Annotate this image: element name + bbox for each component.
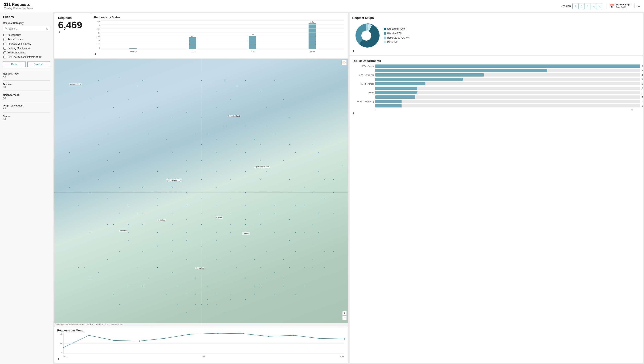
svg-point-3	[138, 340, 140, 342]
division-btn-2[interactable]: 2	[578, 3, 584, 9]
zoom-in-button[interactable]: +	[342, 311, 347, 316]
top-charts-row: Requests 6,469 ⬇ Requests by Status 3.5k…	[54, 13, 348, 58]
svg-point-9	[293, 335, 294, 336]
top-depts-title: Top 10 Departments	[352, 59, 640, 62]
chk-askus[interactable]	[4, 42, 6, 45]
status-bar-chart: 3.5k 3k 2.5k 2k 1.5k 1k 500 0	[94, 20, 345, 53]
dept-row-8: 261	[352, 96, 640, 99]
origin-legend: Call Center 64% Website 27% Report2Gov i…	[384, 28, 410, 44]
req-type-section: Request Type All	[3, 72, 50, 80]
dept-row-domi-permits: DOMI - Permits 322	[352, 82, 640, 86]
svg-point-12	[361, 30, 372, 40]
search-icon: 🔍	[5, 27, 8, 30]
division-btn-5[interactable]: 5	[590, 3, 596, 9]
app-title: 311 Requests Monthly Review Dashboard	[4, 2, 34, 10]
date-range-text: Date Range Dec 2021	[616, 3, 630, 9]
division-btn-1[interactable]: 1	[572, 3, 578, 9]
print-icon[interactable]: 🖨	[46, 27, 48, 30]
map-label-mountwashington: Mount Washington	[166, 179, 182, 182]
neighborhood-value: All	[3, 96, 50, 99]
legend-item-report2gov: Report2Gov iOS 4%	[384, 36, 410, 39]
request-category-section: Request Category 🔍 🖨 Accessibility Anima…	[3, 22, 50, 70]
search-input[interactable]	[8, 27, 46, 30]
map-label-mckeesrock: McKees Rock	[69, 83, 82, 86]
dept-row-dpw-refuse: DPW - Refuse 1.7k	[352, 64, 640, 68]
calendar-icon[interactable]: 📅	[610, 4, 614, 8]
search-box[interactable]: 🔍 🖨	[3, 26, 50, 31]
status-chart-title: Requests by Status	[94, 16, 345, 19]
svg-point-2	[114, 340, 115, 341]
dept-row-10: 166	[352, 104, 640, 108]
status-chart-panel: Requests by Status 3.5k 3k 2.5k 2k 1.5k …	[92, 13, 348, 58]
monthly-chart-title: Requests per Month	[57, 329, 345, 332]
map-crosshair-v	[201, 59, 201, 326]
svg-point-4	[164, 338, 165, 339]
svg-point-10	[318, 338, 320, 339]
date-range-value: Dec 2021	[616, 6, 630, 9]
division-buttons: 1 2 3 5 6	[572, 3, 602, 9]
chk-building[interactable]	[4, 47, 6, 50]
header-controls: Division 1 2 3 5 6 📅 Date Range Dec 2021…	[561, 3, 640, 9]
status-label: Status	[3, 115, 50, 118]
right-column: Request Origin	[349, 12, 644, 364]
req-type-label: Request Type	[3, 72, 50, 75]
dept-axis: 0 1k	[375, 109, 640, 111]
svg-point-11	[344, 338, 345, 340]
origin-content: Call Center 64% Website 27% Report2Gov i…	[352, 22, 640, 50]
status-section: Status All	[3, 115, 50, 120]
date-range-label: Date Range	[616, 3, 630, 6]
req-type-value: All	[3, 75, 50, 78]
x-label-open: Open	[192, 50, 196, 53]
chk-city[interactable]	[4, 56, 6, 58]
neighborhood-label: Neighborhood	[3, 94, 50, 96]
dept-row-4: 566	[352, 78, 640, 81]
origin-value: All	[3, 107, 50, 110]
main-layout: Filters Request Category 🔍 🖨 Accessibili…	[0, 12, 644, 364]
dept-row-dpw-street: DPW - Street Mnt 696	[352, 73, 640, 76]
requests-title: Requests	[58, 16, 87, 20]
bar-on-hold: 1	[129, 46, 136, 49]
chk-animal[interactable]	[4, 38, 6, 41]
chk-business[interactable]	[4, 52, 6, 54]
monthly-chart-panel: Requests per Month 10k 5k 0 202	[54, 326, 348, 363]
x-label-new: New	[251, 50, 254, 53]
legend-item-website: Website 27%	[384, 32, 410, 35]
dept-row-pwsa: PWSA 268	[352, 91, 640, 94]
map-attribution: data.pa.gov, Esri, TomTom, Garmin, SafeG…	[54, 323, 348, 326]
origin-label: Origin of Request	[3, 104, 50, 107]
page-subtitle: Monthly Review Dashboard	[4, 7, 34, 10]
download-origin-icon[interactable]: ⬇	[352, 50, 354, 53]
origin-section: Origin of Request All	[3, 104, 50, 112]
page-title: 311 Requests	[4, 2, 34, 7]
dept-row-6: 276	[352, 86, 640, 90]
svg-point-0	[63, 347, 64, 348]
map-home-button[interactable]: 🏠	[342, 60, 347, 65]
division-btn-6[interactable]: 6	[596, 3, 602, 9]
origin-title: Request Origin	[352, 16, 640, 20]
origin-panel: Request Origin	[350, 13, 643, 56]
download-depts-icon[interactable]: ⬇	[352, 112, 640, 115]
cat-city: City Facilities and Infrastructure	[3, 55, 50, 59]
chk-accessibility[interactable]	[4, 34, 6, 36]
menu-icon[interactable]: ≡	[634, 4, 640, 8]
svg-point-6	[217, 333, 218, 334]
dept-row-2: 1.1k	[352, 69, 640, 72]
download-requests-icon[interactable]: ⬇	[58, 30, 60, 34]
download-monthly-icon[interactable]: ⬇	[57, 357, 60, 360]
cat-accessibility: Accessibility	[3, 33, 50, 37]
pie-chart	[352, 22, 380, 50]
select-all-button[interactable]: Select all	[27, 61, 50, 67]
svg-point-1	[88, 335, 90, 336]
zoom-out-button[interactable]: −	[342, 316, 347, 320]
app-header: 311 Requests Monthly Review Dashboard Di…	[0, 0, 644, 12]
cat-askus: Ask Us/General FAQs	[3, 42, 50, 46]
cat-business: Business Issues	[3, 50, 50, 55]
map-panel: McKees Rock North Oakland Mount Washingt…	[54, 59, 348, 326]
division-filter-section: Division All	[3, 83, 50, 91]
center-column: Requests 6,469 ⬇ Requests by Status 3.5k…	[53, 12, 349, 364]
download-status-icon[interactable]: ⬇	[94, 53, 96, 56]
map-background: McKees Rock North Oakland Mount Washingt…	[54, 59, 348, 326]
reset-button[interactable]: Reset	[3, 61, 26, 67]
division-btn-3[interactable]: 3	[584, 3, 590, 9]
svg-point-8	[268, 336, 269, 337]
